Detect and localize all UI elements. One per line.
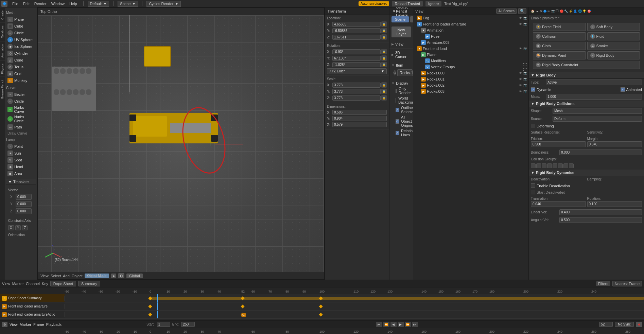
menu-help[interactable]: Help [67,1,79,6]
engine-dropdown[interactable]: Cycles Render ▼ [146,1,181,7]
smoke-btn[interactable]: ☁ Smoke [587,42,640,50]
tab-animation[interactable]: Animation [0,41,5,60]
sidebar-item-path[interactable]: — Path [6,124,36,130]
summary-btn[interactable]: Summary [78,281,100,286]
only-render-check[interactable] [396,89,397,93]
sidebar-item-cone[interactable]: △ Cone [6,57,36,64]
sidebar-item-nurbs-circle[interactable]: ○ Nurbs Circle [6,114,36,124]
scene-dropdown[interactable]: Scene ▼ [118,1,138,7]
shading-btn[interactable]: ◐ [118,273,124,278]
outliner-modifiers[interactable]: 🔧 Modifiers [413,58,528,64]
menu-window[interactable]: Window [49,1,67,6]
mass-field[interactable]: 1.000 [546,94,642,100]
pb-marker-btn[interactable]: Marker [20,322,31,327]
z-axis-btn[interactable]: Z [22,225,28,230]
dynamic-check[interactable]: ✓ [531,87,535,92]
pb-play-btn[interactable]: ▶ [398,322,404,327]
outliner-rocks-002[interactable]: ▶ Rocks.002 👁 📷 [413,82,528,88]
tab-relations[interactable]: Relations [0,22,5,41]
reload-trusted-btn[interactable]: Reload Trusted [392,1,423,6]
cg-btn-3[interactable] [542,163,546,168]
item-name-field[interactable]: Rocks.144 [397,69,413,76]
dim-z-value[interactable]: 0.579 [332,122,387,127]
pb-prev-btn[interactable]: ⏪ [383,322,389,327]
action-track[interactable]: 52 [65,311,644,318]
cursor-collapsible[interactable]: ▶ 3D Cursor [391,50,411,59]
start-frame[interactable]: 1 [157,322,170,327]
shape-dropdown[interactable]: Mesh [553,108,642,114]
view-collapsible[interactable]: ▶ View [391,41,411,47]
cg-btn-7[interactable] [563,163,568,168]
outliner-search[interactable]: All Scenes [496,8,517,14]
outliner-rocks-000[interactable]: ▶ Rocks.000 👁 📷 [413,70,528,76]
sidebar-item-torus[interactable]: ⊙ Torus [6,64,36,70]
select-btn[interactable]: Select [51,274,61,278]
timeline-row-summary[interactable]: ☀ Dope Sheet Summary [0,294,644,302]
item-collapsible[interactable]: ▼ Item [391,63,411,68]
cg-btn-5[interactable] [553,163,557,168]
outliner-front-end-load[interactable]: ▼ Front end load 👁 📷 [413,46,528,52]
sidebar-item-spot[interactable]: ▽ Spot [6,157,36,163]
pb-fwd-btn[interactable]: ⏩ [405,322,411,327]
outliner-plane[interactable]: ▶ Plane [413,52,528,58]
rot-damp-value[interactable]: 0.100 [587,201,642,207]
sc-y-lock[interactable]: 🔒 [381,89,387,94]
loc-x-value[interactable]: 4.65665 [332,22,381,27]
timeline-row-loader[interactable]: ▶ Front end loader amarture [0,302,644,311]
sidebar-item-curve-circle[interactable]: ○ Circle [6,98,36,105]
bounciness-field[interactable]: 0.000 [559,150,642,155]
sidebar-item-hemi[interactable]: ◑ Hemi [6,163,36,170]
y-axis-btn[interactable]: Y [15,225,21,230]
deforming-check[interactable] [531,124,535,128]
r001-eye-icon[interactable]: 👁 [518,77,522,81]
object-mode-btn[interactable]: Object Mode [85,274,109,278]
tab-create[interactable]: Create [0,7,5,22]
viewport-content[interactable]: X Y Z (52) Rocks.144 [38,15,324,272]
nearest-frame-btn[interactable]: Nearest Frame [612,281,642,286]
outliner-armature003[interactable]: ▶ Armature.003 [413,39,528,46]
sidebar-item-circle[interactable]: ○ Circle [6,30,36,36]
display-collapsible[interactable]: ▼ Display [391,81,411,86]
object-btn[interactable]: Object [72,274,83,278]
rot-x-value[interactable]: -0.93° [332,49,381,54]
sidebar-item-cube[interactable]: ⬛ Cube [6,23,36,30]
force-field-btn[interactable]: ⚡ Force Field [533,23,586,31]
loc-y-value[interactable]: -6.50886 [332,28,381,33]
timeline-key-btn[interactable]: Key [42,282,48,286]
r003-eye-icon[interactable]: 👁 [518,89,522,93]
start-deact-check[interactable] [531,190,535,194]
add-btn[interactable]: Add [63,274,70,278]
pb-first-btn[interactable]: ⏮ [376,322,382,327]
sidebar-item-cylinder[interactable]: ⬡ Cylinder [6,50,36,57]
outline-selected-check[interactable]: ✓ [396,108,399,112]
cg-btn-6[interactable] [558,163,563,168]
sidebar-item-sun[interactable]: ☀ Sun [6,150,36,157]
pivot-btn[interactable]: ● [111,274,116,278]
dynamic-paint-btn[interactable]: 🎨 Dynamic Paint [533,51,586,59]
no-sync-btn[interactable]: No Sync [615,322,634,327]
fel-render-icon[interactable]: 📷 [523,47,527,51]
soft-body-btn[interactable]: ○ Soft Body [587,23,640,31]
fel-eye-icon[interactable]: 👁 [518,47,522,51]
pb-view-btn[interactable]: View [10,322,18,327]
menu-render[interactable]: Render [32,1,49,6]
global-btn[interactable]: Global [126,274,143,278]
animated-check[interactable]: ✓ [621,87,625,92]
cg-btn-2[interactable] [536,163,541,168]
rot-x-lock[interactable]: 🔒 [381,49,387,54]
r000-eye-icon[interactable]: 👁 [518,71,522,75]
vec-x-field[interactable]: 0.000 [16,194,32,200]
sidebar-item-plane[interactable]: ▭ Plane [6,16,36,23]
timeline-row-action[interactable]: ▶ Front end loader amartureActio 52 [0,311,644,319]
fog-render-icon[interactable]: 📷 [523,16,527,20]
rigid-body-btn[interactable]: ✕ Rigid Body [587,51,640,59]
viewport-3d[interactable]: Top Ortho [37,7,325,280]
sidebar-item-icosphere[interactable]: ◉ Ico Sphere [6,43,36,50]
pb-playback-btn[interactable]: Playback: [46,322,63,327]
fog-eye-icon[interactable]: 👁 [518,16,522,20]
search-icon[interactable]: 🔍 [518,8,526,14]
gp-scene-btn[interactable]: Scene [391,16,409,22]
timeline-view-btn[interactable]: View [2,282,10,286]
rot-y-value[interactable]: 67.136° [332,56,381,61]
timeline-marker-btn[interactable]: Marker [12,282,24,286]
